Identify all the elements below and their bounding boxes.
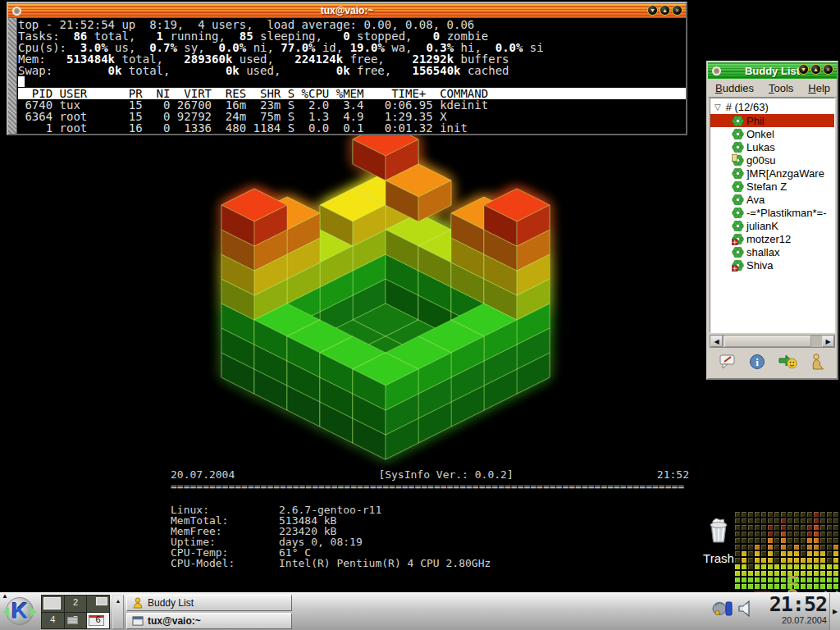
task-button[interactable]: tux@vaio:~ [126, 613, 292, 629]
sysinfo-date: 20.07.2004 [171, 469, 235, 481]
buddy-status-icon [732, 128, 744, 140]
task-button[interactable]: Buddy List [126, 595, 292, 611]
buddy-row[interactable]: g00su [710, 153, 834, 167]
trash-label: Trash [700, 551, 737, 565]
taskbar-scroll-button[interactable]: ▲ [112, 595, 124, 629]
buddy-name: Phil [746, 115, 765, 127]
k-menu-button[interactable]: K [3, 596, 36, 628]
menu-help[interactable]: Help [801, 80, 838, 96]
terminal-titlebar[interactable]: tux@vaio:~ ▼ ▲ × [8, 3, 686, 18]
pager-desktop-number: 2 [65, 597, 87, 607]
task-label: tux@vaio:~ [148, 615, 201, 627]
clock-date: 20.07.2004 [769, 615, 827, 625]
buddy-name: Lukas [746, 141, 775, 153]
menu-buddies[interactable]: Buddies [708, 80, 761, 96]
buddy-row[interactable]: -=*Plastikman*=- [710, 206, 834, 219]
maximize-button[interactable]: ▲ [810, 64, 821, 75]
pager-desktop-6[interactable]: 6 [87, 613, 109, 629]
buddy-name: motzer12 [746, 233, 791, 245]
process-table-header: PID USER PR NI VIRT RES SHR S %CPU %MEM … [18, 88, 686, 99]
sysinfo-row: CPU-Model:Intel(R) Pentium(R) 4 CPU 2.80… [171, 558, 689, 568]
desktop-pager: 123456 [41, 595, 110, 629]
buddy-name: Ava [746, 194, 765, 206]
close-button[interactable]: × [672, 5, 682, 16]
trash-can-icon [703, 516, 734, 547]
group-label: # (12/63) [726, 101, 769, 113]
volume-icon[interactable] [737, 599, 756, 619]
process-row: 6364 root 15 0 92792 24m 75m S 1.3 4.9 1… [18, 111, 686, 122]
buddy-status-icon [732, 154, 744, 167]
window-menu-icon[interactable] [712, 66, 721, 75]
menu-tools[interactable]: Tools [761, 80, 801, 96]
minimize-button[interactable]: ▼ [798, 64, 809, 75]
buddy-list-app-icon [132, 597, 144, 609]
info-button[interactable]: i [747, 352, 767, 374]
buddy-name: Onkel [746, 128, 774, 140]
buddy-name: g00su [746, 154, 775, 167]
buddy-list-titlebar[interactable]: Buddy List ▼ ▲ × [708, 62, 837, 79]
scrollbar-thumb[interactable] [724, 336, 811, 347]
sysinfo-row: MemTotal:513484 kB [171, 515, 689, 526]
horizontal-scrollbar[interactable]: ◀ ▶ [710, 335, 835, 348]
buddy-row[interactable]: Shiva [710, 258, 834, 272]
terminal-scrollbar[interactable] [8, 18, 17, 134]
system-tray [712, 599, 756, 619]
buddy-row[interactable]: Ava [710, 193, 834, 206]
im-button[interactable] [718, 352, 737, 374]
terminal-content[interactable]: top - 21:52:54 up 8:19, 4 users, load av… [8, 18, 686, 134]
terminal-output-line: Cpu(s): 3.0% us, 0.7% sy, 0.0% ni, 77.0%… [18, 42, 686, 53]
clock[interactable]: 21:52 20.07.2004 [769, 594, 827, 625]
pager-desktop-number: 6 [87, 614, 109, 624]
buddy-row[interactable]: Onkel [710, 127, 834, 140]
minimize-button[interactable]: ▼ [647, 5, 658, 16]
buddy-list-window: Buddy List ▼ ▲ × BuddiesToolsHelp ▽ # (1… [706, 61, 838, 380]
task-button-list: Buddy Listtux@vaio:~ [126, 595, 292, 629]
terminal-output-line: top - 21:52:54 up 8:19, 4 users, load av… [18, 19, 686, 30]
buddy-row[interactable]: Phil [710, 114, 834, 127]
scroll-right-icon[interactable]: ▶ [822, 336, 834, 347]
taskbar-panel: ▲ K 123456 ▲ Buddy Listtux@vaio:~ 21:52 … [0, 592, 840, 630]
buddy-row[interactable]: Lukas [710, 140, 834, 153]
chat-button[interactable] [778, 352, 797, 374]
buddy-name: -=*Plastikman*=- [746, 207, 827, 219]
buddy-row[interactable]: ]MR[AnzgaWare [710, 167, 834, 180]
pager-window-thumb [96, 597, 107, 605]
maximize-button[interactable]: ▲ [660, 5, 670, 16]
buddy-name: julianK [746, 220, 778, 232]
buddy-list-toolbar: i [708, 348, 837, 377]
buddy-status-icon [732, 194, 744, 206]
buddy-name: Shiva [746, 259, 774, 272]
terminal-output-line: Tasks: 86 total, 1 running, 85 sleeping,… [18, 30, 686, 42]
trash-icon[interactable]: Trash [700, 516, 737, 565]
buddy-row[interactable]: motzer12 [710, 232, 834, 245]
buddy-row[interactable]: julianK [710, 219, 834, 232]
close-button[interactable]: × [823, 64, 833, 75]
away-button[interactable] [807, 352, 827, 374]
expander-icon[interactable]: ▽ [714, 103, 721, 112]
terminal-output-line: Mem: 513484k total, 289360k used, 224124… [18, 53, 686, 65]
window-menu-icon[interactable] [12, 7, 21, 16]
scroll-left-icon[interactable]: ◀ [710, 336, 723, 347]
buddy-row[interactable]: shallax [710, 245, 834, 258]
pager-desktop-1[interactable]: 1 [42, 596, 64, 612]
buddy-status-icon [732, 207, 744, 219]
pager-desktop-number: 4 [42, 614, 64, 624]
sysinfo-time: 21:52 [657, 469, 689, 481]
buddy-name: Stefan Z [746, 180, 787, 193]
buddy-name: shallax [746, 246, 779, 258]
task-label: Buddy List [148, 597, 194, 609]
pager-desktop-4[interactable]: 4 [42, 613, 64, 629]
terminal-app-icon [132, 615, 144, 627]
buddy-status-icon [732, 233, 744, 245]
tray-device-icon[interactable] [712, 599, 734, 619]
buddy-group-row[interactable]: ▽ # (12/63) [710, 100, 834, 114]
pager-desktop-3[interactable]: 3 [87, 596, 109, 612]
pager-desktop-5[interactable]: 5 [65, 613, 87, 629]
terminal-cursor-line [18, 76, 686, 88]
process-row: 1 root 16 0 1336 480 1184 S 0.0 0.1 0:01… [18, 122, 686, 134]
panel-hide-button[interactable]: ▶ [829, 593, 840, 630]
buddy-row[interactable]: Stefan Z [710, 180, 834, 193]
buddy-status-icon [732, 259, 744, 272]
pager-desktop-2[interactable]: 2 [65, 596, 87, 612]
buddy-status-icon [732, 180, 744, 193]
